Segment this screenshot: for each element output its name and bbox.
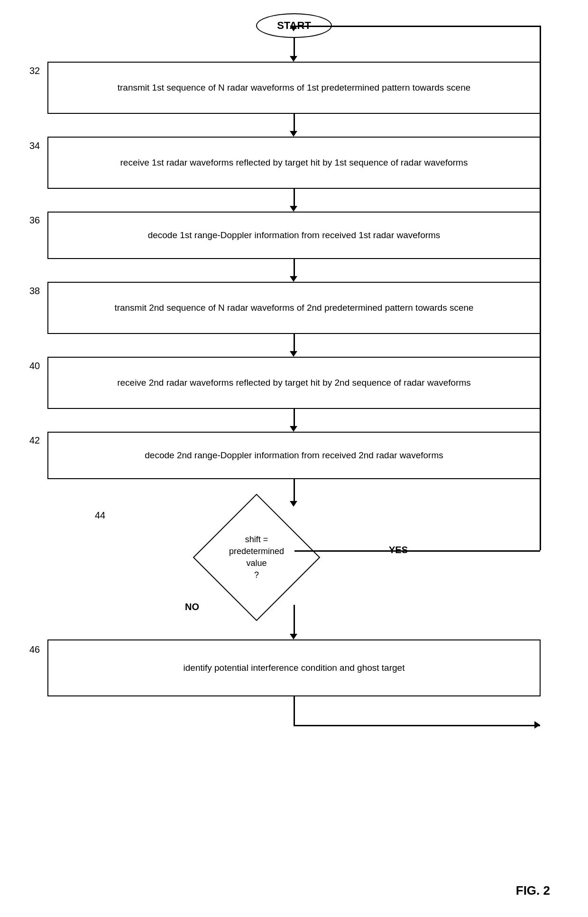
arrow-46-right — [294, 725, 540, 726]
flow-box-46-text: identify potential interference conditio… — [184, 662, 405, 675]
arrowhead-36-to-38 — [290, 276, 297, 282]
flow-box-34: receive 1st radar waveforms reflected by… — [47, 137, 541, 189]
step-label-44: 44 — [95, 510, 105, 521]
flow-box-36: decode 1st range-Doppler information fro… — [47, 212, 541, 259]
arrow-42-to-44 — [294, 479, 295, 503]
step-label-42: 42 — [29, 435, 40, 446]
flow-box-36-text: decode 1st range-Doppler information fro… — [148, 229, 441, 242]
step-label-46: 46 — [29, 644, 40, 655]
step-label-36: 36 — [29, 215, 40, 226]
flow-box-38-text: transmit 2nd sequence of N radar wavefor… — [114, 302, 473, 315]
arrow-32-to-34 — [294, 114, 295, 133]
arrowhead-34-to-36 — [290, 206, 297, 212]
arrow-yes-right-2 — [412, 550, 540, 552]
arrow-no-down — [294, 605, 295, 636]
step-label-38: 38 — [29, 286, 40, 296]
arrowhead-top — [290, 26, 297, 31]
step-label-40: 40 — [29, 361, 40, 371]
arrow-38-to-40 — [294, 334, 295, 353]
flow-box-40: receive 2nd radar waveforms reflected by… — [47, 357, 541, 409]
arrow-46-down — [294, 696, 295, 725]
fig-label: FIG. 2 — [516, 883, 550, 898]
step-label-34: 34 — [29, 140, 40, 151]
diamond-44-text: shift = predetermined value ? — [229, 534, 284, 582]
flow-box-42-text: decode 2nd range-Doppler information fro… — [145, 449, 443, 462]
arrowhead-40-to-42 — [290, 426, 297, 432]
arrow-34-to-36 — [294, 189, 295, 208]
flow-box-32: transmit 1st sequence of N radar wavefor… — [47, 62, 541, 114]
arrow-40-to-42 — [294, 409, 295, 428]
step-label-32: 32 — [29, 65, 40, 76]
arrow-yes-right — [294, 550, 412, 552]
arrow-right-side-vertical — [540, 26, 541, 550]
flow-box-42: decode 2nd range-Doppler information fro… — [47, 432, 541, 479]
arrowhead-38-to-40 — [290, 351, 297, 357]
no-label: NO — [185, 602, 199, 612]
arrowhead-start-to-32 — [290, 56, 297, 62]
flow-box-40-text: receive 2nd radar waveforms reflected by… — [117, 377, 471, 389]
arrowhead-no-down — [290, 634, 297, 639]
flow-box-38: transmit 2nd sequence of N radar wavefor… — [47, 282, 541, 334]
flowchart-diagram: START 32 transmit 1st sequence of N rada… — [0, 0, 588, 917]
flow-box-46: identify potential interference conditio… — [47, 639, 541, 696]
arrowhead-46-right — [534, 721, 540, 729]
arrow-start-to-32 — [294, 38, 295, 58]
flow-box-32-text: transmit 1st sequence of N radar wavefor… — [118, 82, 471, 94]
arrow-top-horizontal — [294, 26, 540, 27]
diamond-44: shift = predetermined value ? — [204, 505, 385, 609]
flow-box-34-text: receive 1st radar waveforms reflected by… — [120, 157, 468, 169]
arrowhead-32-to-34 — [290, 131, 297, 137]
arrow-36-to-38 — [294, 259, 295, 278]
